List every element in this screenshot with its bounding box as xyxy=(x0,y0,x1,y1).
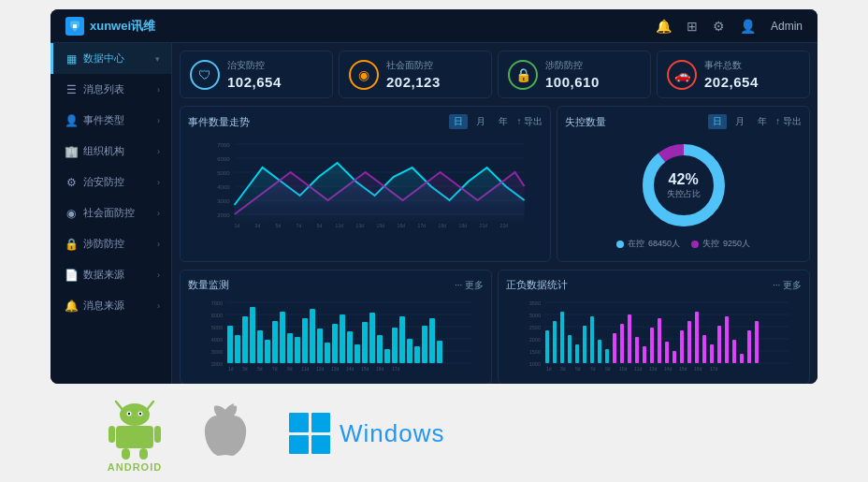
svg-rect-118 xyxy=(710,344,714,363)
stat-info-total: 事件总数 202,654 xyxy=(704,59,800,90)
svg-rect-104 xyxy=(605,349,609,363)
settings-icon[interactable]: ⚙ xyxy=(713,19,725,34)
sidebar-item-security[interactable]: ⚙ 治安防控 › xyxy=(51,167,171,197)
svg-rect-97 xyxy=(553,321,557,363)
monitor-chart-svg: 7000 6000 5000 4000 3000 2000 xyxy=(188,298,484,372)
sidebar-item-label: 事件类型 xyxy=(83,113,124,127)
apple-logo-svg xyxy=(200,401,252,466)
svg-rect-51 xyxy=(287,333,293,363)
topbar: xunwei讯维 🔔 ⊞ ⚙ 👤 Admin xyxy=(51,9,817,43)
controlled-count: 68450人 xyxy=(648,238,680,250)
stat-info-involve: 涉防防控 100,610 xyxy=(545,59,641,90)
bell-icon[interactable]: 🔔 xyxy=(656,19,672,34)
tab-lost-month[interactable]: 月 xyxy=(731,114,749,129)
posneg-more-btn[interactable]: ··· 更多 xyxy=(773,279,802,292)
sidebar-item-datasource[interactable]: 📄 数据来源 › xyxy=(51,259,171,290)
grid-icon[interactable]: ⊞ xyxy=(687,19,698,34)
svg-text:19d: 19d xyxy=(459,223,468,228)
bottom-charts-row: 数量监测 ··· 更多 7000 6000 5000 xyxy=(180,270,810,384)
svg-rect-144 xyxy=(116,426,153,448)
sidebar-item-label: 消息来源 xyxy=(83,299,124,313)
svg-rect-53 xyxy=(302,318,308,363)
svg-rect-123 xyxy=(747,330,751,363)
svg-text:13d: 13d xyxy=(356,223,365,228)
svg-text:3d: 3d xyxy=(255,223,261,228)
svg-text:17d: 17d xyxy=(710,366,718,372)
svg-text:11d: 11d xyxy=(336,223,344,228)
legend-controlled: 在控 68450人 xyxy=(616,238,680,250)
windows-label: Windows xyxy=(340,419,444,448)
stat-value-security: 102,654 xyxy=(227,74,323,90)
chart-posneg: 正负数据统计 ··· 更多 3500 3000 25 xyxy=(498,270,810,384)
export-btn[interactable]: ↑ 导出 xyxy=(516,115,542,128)
sidebar-item-label: 数据中心 xyxy=(83,51,124,66)
svg-text:4000: 4000 xyxy=(211,337,223,343)
stat-label-total: 事件总数 xyxy=(704,59,800,72)
uncontrolled-count: 9250人 xyxy=(723,238,750,250)
svg-text:14d: 14d xyxy=(664,366,673,372)
donut-label: 失控占比 xyxy=(667,188,701,200)
svg-text:17d: 17d xyxy=(418,223,427,228)
sidebar-item-social[interactable]: ◉ 社会面防控 › xyxy=(51,197,171,228)
svg-text:1d: 1d xyxy=(546,366,552,372)
svg-text:1000: 1000 xyxy=(529,361,541,367)
security-icon: ⚙ xyxy=(65,176,78,189)
svg-rect-111 xyxy=(658,318,661,363)
lost-export-btn[interactable]: ↑ 导出 xyxy=(775,115,802,128)
svg-rect-121 xyxy=(732,340,736,363)
monitor-more-btn[interactable]: ··· 更多 xyxy=(455,279,484,292)
svg-rect-148 xyxy=(139,448,148,460)
sidebar-item-msgsource[interactable]: 🔔 消息来源 › xyxy=(51,290,171,321)
svg-rect-52 xyxy=(295,337,300,363)
sidebar-item-label: 涉防防控 xyxy=(83,237,124,251)
android-robot-svg xyxy=(107,394,163,460)
svg-rect-113 xyxy=(673,351,676,363)
svg-rect-69 xyxy=(422,326,427,363)
tab-year[interactable]: 年 xyxy=(494,114,513,129)
tab-lost-day[interactable]: 日 xyxy=(708,114,727,129)
svg-rect-116 xyxy=(695,312,699,363)
svg-text:11d: 11d xyxy=(634,366,643,372)
svg-text:6000: 6000 xyxy=(217,156,230,162)
svg-rect-145 xyxy=(108,426,115,443)
svg-rect-44 xyxy=(235,335,240,363)
sidebar-item-eventtype[interactable]: 👤 事件类型 › xyxy=(51,105,171,136)
stat-icon-total: 🚗 xyxy=(667,60,697,90)
chevron-icon: › xyxy=(157,116,160,125)
svg-text:6000: 6000 xyxy=(211,313,223,318)
donut-center: 42% 失控占比 xyxy=(667,171,701,200)
svg-text:3000: 3000 xyxy=(211,349,223,355)
tab-month[interactable]: 月 xyxy=(471,114,490,129)
svg-text:9d: 9d xyxy=(287,366,293,372)
sidebar-item-org[interactable]: 🏢 组织机构 › xyxy=(51,136,171,167)
chart-monitor: 数量监测 ··· 更多 7000 6000 5000 xyxy=(180,270,492,384)
win-pane-bl xyxy=(289,435,309,455)
stat-card-security: 🛡 治安防控 102,654 xyxy=(180,51,333,98)
sidebar-item-messages[interactable]: ☰ 消息列表 › xyxy=(51,74,171,105)
tab-day[interactable]: 日 xyxy=(449,114,468,129)
svg-rect-119 xyxy=(717,326,721,363)
donut-container: 42% 失控占比 在控 68450人 xyxy=(565,135,802,254)
sidebar-item-datacenter[interactable]: ▦ 数据中心 ▾ xyxy=(51,43,171,74)
svg-rect-62 xyxy=(369,313,375,363)
svg-point-142 xyxy=(128,413,130,415)
sidebar-item-involve[interactable]: 🔒 涉防防控 › xyxy=(51,228,171,259)
svg-text:1d: 1d xyxy=(235,223,240,228)
stat-info-security: 治安防控 102,654 xyxy=(227,59,323,90)
svg-rect-65 xyxy=(392,328,398,363)
posneg-title: 正负数据统计 xyxy=(506,278,568,292)
event-chart-svg: 7000 6000 5000 4000 3000 2000 xyxy=(188,135,542,228)
sidebar-item-label: 数据来源 xyxy=(83,268,124,282)
svg-rect-105 xyxy=(613,333,616,363)
svg-text:16d: 16d xyxy=(694,366,702,372)
svg-rect-122 xyxy=(740,354,744,363)
svg-text:3d: 3d xyxy=(242,366,248,372)
svg-point-143 xyxy=(139,413,141,415)
svg-rect-101 xyxy=(583,326,586,363)
svg-text:10d: 10d xyxy=(619,366,628,372)
tab-lost-year[interactable]: 年 xyxy=(753,114,772,129)
svg-text:13d: 13d xyxy=(331,366,340,372)
sidebar-item-label: 治安防控 xyxy=(83,175,124,189)
stat-value-total: 202,654 xyxy=(704,74,800,90)
chevron-icon: › xyxy=(157,240,160,249)
